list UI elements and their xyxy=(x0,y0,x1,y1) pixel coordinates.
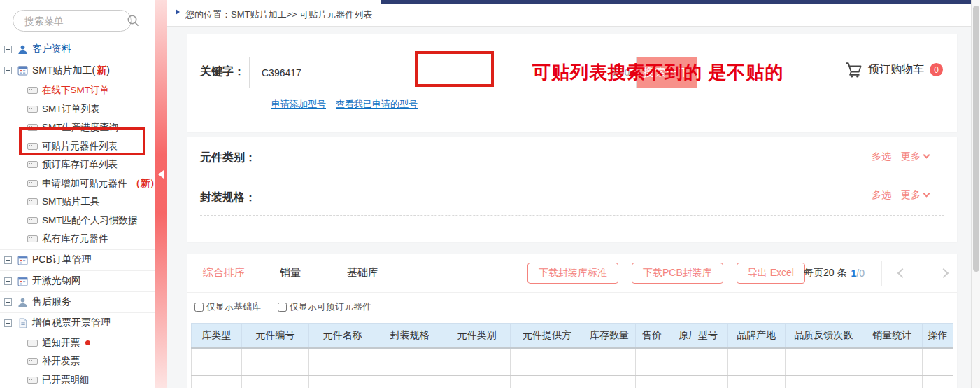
scrollbar-thumb[interactable] xyxy=(973,6,979,272)
divider xyxy=(881,261,882,286)
column-header: 售价 xyxy=(635,324,669,348)
chevron-down-icon xyxy=(923,190,930,198)
expand-plus-icon[interactable] xyxy=(4,256,12,264)
sidebar-item-label[interactable]: 售后服务 xyxy=(32,296,71,308)
next-page-icon[interactable] xyxy=(939,268,949,278)
sidebar-item-private-stock[interactable]: 私有库存元器件 xyxy=(8,230,155,249)
person-icon xyxy=(17,297,28,307)
apply-add-model-link[interactable]: 申请添加型号 xyxy=(271,98,326,111)
sort-tabs: 综合排序 销量 基础库 xyxy=(203,266,378,279)
page-scrollbar[interactable] xyxy=(971,0,980,388)
leaf-icon xyxy=(27,377,38,384)
multi-select-link[interactable]: 多选 xyxy=(872,189,891,202)
tab-comprehensive-sort[interactable]: 综合排序 xyxy=(203,266,245,279)
sidebar-item-smt-personal-data[interactable]: SMT匹配个人习惯数据 xyxy=(8,212,155,230)
results-card: 综合排序 销量 基础库 下载封装库标准 下载PCB封装库 导出 Excel 每页… xyxy=(187,254,957,388)
annotation-box-sidebar-item xyxy=(19,127,145,155)
red-dot-icon xyxy=(85,340,90,345)
sidebar: 客户资料 SMT贴片加工(新) 在线下SMT订单 SMT订单列表 SMT生产进度… xyxy=(0,0,155,388)
sidebar-item-customer-info[interactable]: 客户资料 xyxy=(0,39,155,60)
search-icon[interactable] xyxy=(127,14,140,27)
sidebar-item-label[interactable]: 增值税票开票管理 xyxy=(32,317,111,329)
sidebar-item-label: 预订库存订单列表 xyxy=(42,158,118,171)
prev-page-icon[interactable] xyxy=(897,268,907,278)
download-pcb-package-button[interactable]: 下载PCB封装库 xyxy=(632,263,723,284)
breadcrumb-text: 您的位置：SMT贴片加工>> 可贴片元器件列表 xyxy=(185,8,372,21)
leaf-icon xyxy=(27,87,38,94)
leaf-icon xyxy=(27,235,38,242)
collapse-arrow-icon xyxy=(158,170,164,179)
column-header: 封装规格 xyxy=(376,324,443,348)
package-spec-label: 封装规格： xyxy=(200,190,256,205)
smt-submenu: 在线下SMT订单 SMT订单列表 SMT生产进度查询 可贴片元器件列表 预订库存… xyxy=(8,81,155,249)
column-header: 元件名称 xyxy=(309,324,376,348)
table-row xyxy=(192,348,953,376)
breadcrumb: 您的位置：SMT贴片加工>> 可贴片元器件列表 xyxy=(167,4,971,27)
sidebar-item-smt-processing[interactable]: SMT贴片加工(新) xyxy=(0,60,155,81)
sidebar-item-label[interactable]: SMT贴片加工(新) xyxy=(32,64,110,77)
sidebar-item-label[interactable]: PCB订单管理 xyxy=(32,254,92,266)
divider xyxy=(200,215,944,216)
sidebar-item-invoiced-details[interactable]: 已开票明细 xyxy=(8,371,155,388)
page-size-label: 每页20 条 xyxy=(804,267,846,279)
leaf-icon xyxy=(27,358,38,365)
expand-minus-icon[interactable] xyxy=(4,319,12,327)
view-applied-models-link[interactable]: 查看我已申请的型号 xyxy=(336,98,418,111)
expand-plus-icon[interactable] xyxy=(4,277,12,285)
sidebar-search xyxy=(13,10,144,32)
column-header: 库类型 xyxy=(192,324,242,348)
column-header: 销量统计 xyxy=(862,324,922,348)
table-header-row: 库类型 元件编号 元件名称 封装规格 元件类别 元件提供方 库存数量 售价 原厂… xyxy=(192,324,953,348)
sidebar-collapse-handle[interactable] xyxy=(155,0,167,388)
divider xyxy=(200,176,944,176)
sidebar-item-label[interactable]: 开激光钢网 xyxy=(32,275,81,287)
more-link[interactable]: 更多 xyxy=(901,189,929,202)
sidebar-item-label: SMT匹配个人习惯数据 xyxy=(42,214,138,227)
expand-plus-icon[interactable] xyxy=(4,298,12,306)
checkbox[interactable] xyxy=(194,303,204,312)
multi-select-link[interactable]: 多选 xyxy=(872,151,891,163)
sidebar-search-input[interactable] xyxy=(13,10,132,32)
sidebar-item-supplementary-invoice[interactable]: 补开发票 xyxy=(8,352,155,371)
sidebar-item-smt-order-list[interactable]: SMT订单列表 xyxy=(8,100,155,119)
cart-icon xyxy=(845,62,862,78)
document-icon xyxy=(17,318,28,328)
new-badge: 新 xyxy=(97,64,106,76)
column-header: 元件提供方 xyxy=(511,324,583,348)
leaf-icon xyxy=(27,198,38,205)
package-filter-ops: 多选 更多 xyxy=(872,189,929,202)
export-excel-button[interactable]: 导出 Excel xyxy=(737,263,805,284)
sidebar-item-after-sales[interactable]: 售后服务 xyxy=(0,291,155,312)
page-total: /0 xyxy=(856,268,865,279)
sidebar-item-laser-stencil[interactable]: 开激光钢网 xyxy=(0,270,155,291)
sidebar-item-label[interactable]: 客户资料 xyxy=(32,43,71,55)
download-package-standard-button[interactable]: 下载封装库标准 xyxy=(527,263,618,284)
sidebar-item-online-smt-order[interactable]: 在线下SMT订单 xyxy=(8,81,155,100)
sidebar-item-pcb-orders[interactable]: PCB订单管理 xyxy=(0,249,155,270)
only-basic-library-checkbox[interactable]: 仅显示基础库 xyxy=(194,300,261,313)
sidebar-item-smt-tools[interactable]: SMT贴片工具 xyxy=(8,193,155,212)
reserve-cart[interactable]: 预订购物车 0 xyxy=(845,62,943,78)
annotation-box-keyword xyxy=(415,51,494,87)
column-header: 品牌产地 xyxy=(727,324,785,348)
sidebar-item-apply-add-component[interactable]: 申请增加可贴元器件 （新） xyxy=(8,174,155,193)
column-header: 元件类别 xyxy=(443,324,511,348)
tab-basic-library[interactable]: 基础库 xyxy=(347,266,378,279)
only-reservable-checkbox[interactable]: 仅显示可预订元器件 xyxy=(278,300,371,313)
sidebar-item-reserve-stock-orders[interactable]: 预订库存订单列表 xyxy=(8,155,155,174)
sidebar-item-label: SMT贴片工具 xyxy=(42,195,100,208)
expand-minus-icon[interactable] xyxy=(4,67,12,74)
breadcrumb-arrow-icon xyxy=(176,9,180,15)
sidebar-item-label: 在线下SMT订单 xyxy=(42,84,109,97)
more-link[interactable]: 更多 xyxy=(901,151,929,163)
category-filter-ops: 多选 更多 xyxy=(872,151,929,163)
checkbox[interactable] xyxy=(278,303,287,312)
expand-plus-icon[interactable] xyxy=(4,46,12,53)
column-header: 元件编号 xyxy=(242,324,309,348)
sidebar-item-label: 通知开票 xyxy=(42,337,80,349)
tab-sales-volume[interactable]: 销量 xyxy=(280,266,301,279)
sidebar-item-vat-invoice[interactable]: 增值税票开票管理 xyxy=(0,312,155,333)
new-badge: （新） xyxy=(131,178,155,188)
leaf-icon xyxy=(27,106,38,113)
sidebar-item-notify-invoice[interactable]: 通知开票 xyxy=(8,334,155,353)
